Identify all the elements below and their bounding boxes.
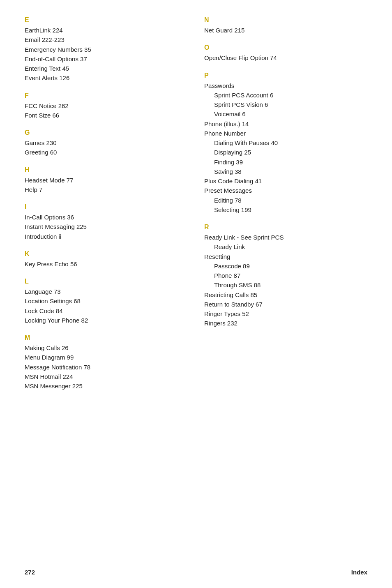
section-items: Ready Link - See Sprint PCSReady LinkRes… xyxy=(204,233,367,328)
index-section: RReady Link - See Sprint PCSReady LinkRe… xyxy=(204,224,367,328)
section-items: FCC Notice 262Font Size 66 xyxy=(25,101,188,120)
index-entry: Introduction ii xyxy=(25,232,188,241)
index-entry: Event Alerts 126 xyxy=(25,73,188,83)
section-items: Headset Mode 77Help 7 xyxy=(25,175,188,195)
page-number: 272 xyxy=(25,569,35,576)
index-entry: Instant Messaging 225 xyxy=(25,222,188,231)
index-entry: Locking Your Phone 82 xyxy=(25,316,188,325)
section-letter: E xyxy=(25,16,188,24)
section-items: In-Call Options 36Instant Messaging 225I… xyxy=(25,212,188,241)
index-entry: Phone Number xyxy=(204,129,367,138)
index-section: OOpen/Close Flip Option 74 xyxy=(204,44,367,62)
index-section: LLanguage 73Location Settings 68Lock Cod… xyxy=(25,278,188,325)
section-items: Open/Close Flip Option 74 xyxy=(204,53,367,62)
index-entry: Resetting xyxy=(204,252,367,261)
section-letter: G xyxy=(25,129,188,136)
index-entry: Lock Code 84 xyxy=(25,306,188,316)
section-letter: H xyxy=(25,166,188,174)
section-letter: R xyxy=(204,224,367,231)
index-entry: Games 230 xyxy=(25,138,188,148)
index-entry: FCC Notice 262 xyxy=(25,101,188,111)
index-entry: Phone (illus.) 14 xyxy=(204,119,367,129)
index-entry: Ready Link - See Sprint PCS xyxy=(204,233,367,242)
section-items: Key Press Echo 56 xyxy=(25,259,188,269)
section-items: EarthLink 224Email 222-223Emergency Numb… xyxy=(25,25,188,83)
section-letter: N xyxy=(204,16,367,24)
index-entry: Ready Link xyxy=(204,242,367,251)
section-items: Games 230Greeting 60 xyxy=(25,138,188,157)
index-entry: Key Press Echo 56 xyxy=(25,259,188,269)
index-entry: Displaying 25 xyxy=(204,148,367,157)
index-entry: Dialing With Pauses 40 xyxy=(204,138,367,148)
footer: 272 Index xyxy=(0,569,392,576)
right-column: NNet Guard 215OOpen/Close Flip Option 74… xyxy=(204,16,367,400)
index-entry: End-of-Call Options 37 xyxy=(25,54,188,64)
section-letter: L xyxy=(25,278,188,285)
section-letter: P xyxy=(204,72,367,79)
index-entry: Message Notification 78 xyxy=(25,362,188,372)
section-letter: O xyxy=(204,44,367,51)
index-section: GGames 230Greeting 60 xyxy=(25,129,188,157)
index-entry: Headset Mode 77 xyxy=(25,175,188,185)
index-entry: Phone 87 xyxy=(204,271,367,280)
section-letter: K xyxy=(25,250,188,258)
index-section: IIn-Call Options 36Instant Messaging 225… xyxy=(25,203,188,241)
section-items: Making Calls 26Menu Diagram 99Message No… xyxy=(25,343,188,391)
index-entry: Language 73 xyxy=(25,287,188,296)
index-entry: Voicemail 6 xyxy=(204,109,367,119)
index-entry: Restricting Calls 85 xyxy=(204,290,367,300)
index-entry: Plus Code Dialing 41 xyxy=(204,176,367,186)
index-entry: Finding 39 xyxy=(204,157,367,167)
index-entry: Passwords xyxy=(204,81,367,90)
index-entry: Emergency Numbers 35 xyxy=(25,45,188,54)
index-entry: MSN Messenger 225 xyxy=(25,381,188,391)
index-entry: EarthLink 224 xyxy=(25,25,188,35)
index-entry: Preset Messages xyxy=(204,186,367,195)
index-entry: Open/Close Flip Option 74 xyxy=(204,53,367,62)
index-entry: Ringer Types 52 xyxy=(204,309,367,318)
index-label: Index xyxy=(351,569,367,576)
index-section: EEarthLink 224Email 222-223Emergency Num… xyxy=(25,16,188,83)
index-entry: Through SMS 88 xyxy=(204,280,367,290)
index-entry: Help 7 xyxy=(25,185,188,194)
index-entry: Net Guard 215 xyxy=(204,25,367,35)
index-entry: MSN Hotmail 224 xyxy=(25,372,188,381)
section-items: Language 73Location Settings 68Lock Code… xyxy=(25,287,188,325)
index-entry: Menu Diagram 99 xyxy=(25,353,188,362)
index-section: HHeadset Mode 77Help 7 xyxy=(25,166,188,195)
index-entry: Making Calls 26 xyxy=(25,343,188,353)
index-section: KKey Press Echo 56 xyxy=(25,250,188,269)
page: EEarthLink 224Email 222-223Emergency Num… xyxy=(0,0,392,588)
section-letter: M xyxy=(25,334,188,341)
index-entry: Passcode 89 xyxy=(204,261,367,271)
index-entry: Email 222-223 xyxy=(25,35,188,44)
index-entry: Saving 38 xyxy=(204,167,367,176)
index-entry: Selecting 199 xyxy=(204,205,367,214)
index-section: FFCC Notice 262Font Size 66 xyxy=(25,92,188,120)
section-letter: I xyxy=(25,203,188,211)
content-columns: EEarthLink 224Email 222-223Emergency Num… xyxy=(25,16,367,400)
index-section: PPasswordsSprint PCS Account 6Sprint PCS… xyxy=(204,72,367,215)
index-entry: Sprint PCS Vision 6 xyxy=(204,100,367,109)
index-entry: Return to Standby 67 xyxy=(204,300,367,309)
index-section: MMaking Calls 26Menu Diagram 99Message N… xyxy=(25,334,188,391)
index-entry: Editing 78 xyxy=(204,196,367,205)
left-column: EEarthLink 224Email 222-223Emergency Num… xyxy=(25,16,188,400)
index-section: NNet Guard 215 xyxy=(204,16,367,35)
index-entry: Font Size 66 xyxy=(25,111,188,120)
index-entry: Greeting 60 xyxy=(25,148,188,157)
index-entry: Sprint PCS Account 6 xyxy=(204,90,367,100)
index-entry: Ringers 232 xyxy=(204,318,367,328)
section-items: PasswordsSprint PCS Account 6Sprint PCS … xyxy=(204,81,367,215)
section-letter: F xyxy=(25,92,188,99)
index-entry: In-Call Options 36 xyxy=(25,212,188,222)
section-items: Net Guard 215 xyxy=(204,25,367,35)
index-entry: Entering Text 45 xyxy=(25,64,188,73)
index-entry: Location Settings 68 xyxy=(25,296,188,306)
